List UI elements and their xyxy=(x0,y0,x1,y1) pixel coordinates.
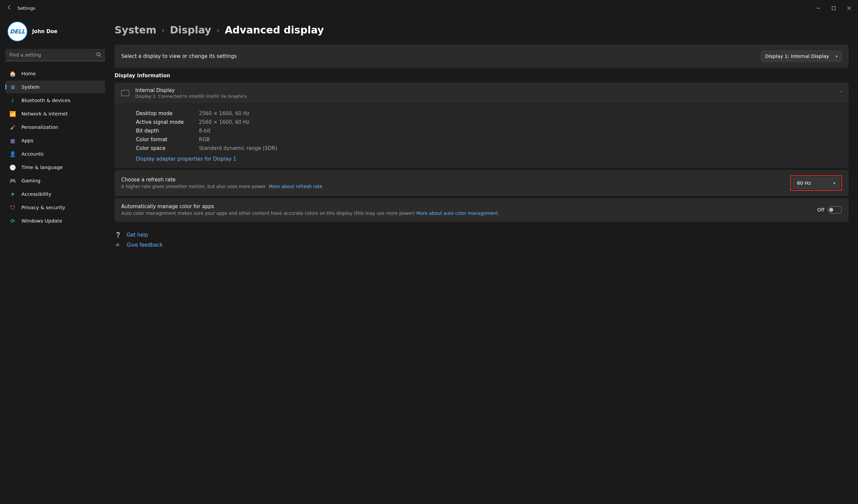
svg-rect-0 xyxy=(832,6,835,10)
network-internet-icon: 📶 xyxy=(10,111,16,117)
chevron-down-icon: ▾ xyxy=(833,181,835,185)
chevron-right-icon: › xyxy=(217,26,219,34)
window-title: Settings xyxy=(17,6,35,11)
auto-color-toggle[interactable] xyxy=(828,206,842,213)
info-row-color-format: Color formatRGB xyxy=(136,135,842,144)
breadcrumb-system[interactable]: System xyxy=(114,24,156,36)
sidebar-item-label: Privacy & security xyxy=(21,205,65,210)
auto-color-subtitle: Auto color management makes sure your ap… xyxy=(121,210,811,216)
gaming-icon: 🎮 xyxy=(10,177,16,184)
privacy-security-icon: 🛡 xyxy=(10,204,16,211)
display-info-title: Internal Display xyxy=(135,87,247,93)
refresh-rate-title: Choose a refresh rate xyxy=(121,177,784,183)
chevron-up-icon: ˄ xyxy=(840,91,842,95)
chevron-down-icon: ▾ xyxy=(836,54,838,59)
sidebar-item-apps[interactable]: ▦Apps xyxy=(5,134,105,147)
sidebar-item-label: Accessibility xyxy=(21,192,51,197)
windows-update-icon: ⟳ xyxy=(10,217,16,224)
sidebar-item-bluetooth-devices[interactable]: ᚼBluetooth & devices xyxy=(5,94,105,107)
sidebar: DELL John Doe 🏠Home🖥SystemᚼBluetooth & d… xyxy=(0,16,111,504)
help-icon: ❔ xyxy=(114,232,121,238)
personalization-icon: 🖌 xyxy=(10,124,16,131)
auto-color-toggle-wrap: Off xyxy=(817,206,842,213)
info-row-active-signal: Active signal mode2560 × 1600, 60 Hz xyxy=(136,118,842,127)
time-language-icon: 🕓 xyxy=(10,164,16,171)
sidebar-item-privacy-security[interactable]: 🛡Privacy & security xyxy=(5,201,105,214)
accounts-icon: 👤 xyxy=(10,151,16,157)
avatar-text: DELL xyxy=(10,28,25,35)
titlebar: Settings xyxy=(0,0,858,16)
sidebar-item-label: Bluetooth & devices xyxy=(21,98,70,103)
sidebar-item-label: Home xyxy=(21,71,36,76)
sidebar-item-network-internet[interactable]: 📶Network & internet xyxy=(5,108,105,120)
info-row-bit-depth: Bit depth8-bit xyxy=(136,127,842,135)
apps-icon: ▦ xyxy=(10,137,16,144)
feedback-icon: ✍ xyxy=(114,242,121,248)
breadcrumb-display[interactable]: Display xyxy=(170,24,211,36)
username: John Doe xyxy=(32,29,57,34)
home-icon: 🏠 xyxy=(10,70,16,77)
sidebar-item-windows-update[interactable]: ⟳Windows Update xyxy=(5,214,105,227)
refresh-rate-row: Choose a refresh rate A higher rate give… xyxy=(114,170,848,196)
auto-color-learn-more-link[interactable]: More about auto color management xyxy=(416,211,498,216)
give-feedback-link[interactable]: ✍ Give feedback xyxy=(114,242,848,248)
refresh-rate-value: 60 Hz xyxy=(797,180,811,186)
refresh-rate-learn-more-link[interactable]: More about refresh rate xyxy=(269,184,322,189)
info-row-color-space: Color spaceStandard dynamic range (SDR) xyxy=(136,144,842,152)
sidebar-item-label: System xyxy=(21,84,39,90)
display-info-header[interactable]: Internal Display Display 1: Connected to… xyxy=(114,83,848,104)
sidebar-item-label: Network & internet xyxy=(21,111,68,116)
display-selector-dropdown[interactable]: Display 1: Internal Display ▾ xyxy=(761,50,842,62)
sidebar-item-label: Gaming xyxy=(21,178,41,183)
sidebar-item-accounts[interactable]: 👤Accounts xyxy=(5,148,105,160)
sidebar-item-time-language[interactable]: 🕓Time & language xyxy=(5,161,105,174)
monitor-icon xyxy=(121,90,129,96)
breadcrumb-advanced-display: Advanced display xyxy=(225,24,324,36)
display-info-subtitle: Display 1: Connected to Intel(R) Iris(R)… xyxy=(135,94,247,99)
refresh-rate-highlight: 60 Hz ▾ xyxy=(790,175,842,191)
back-button[interactable] xyxy=(1,5,17,11)
footer-links: ❔ Get help ✍ Give feedback xyxy=(114,232,848,248)
sidebar-item-label: Time & language xyxy=(21,165,63,170)
sidebar-item-label: Windows Update xyxy=(21,218,62,224)
main-pane: System › Display › Advanced display Sele… xyxy=(111,16,858,504)
display-selector-prompt: Select a display to view or change its s… xyxy=(121,53,237,59)
maximize-button[interactable] xyxy=(826,3,841,13)
display-information-heading: Display information xyxy=(114,72,848,79)
search-input[interactable] xyxy=(5,49,105,61)
chevron-right-icon: › xyxy=(162,26,164,34)
auto-color-row: Automatically manage color for apps Auto… xyxy=(114,198,848,222)
search-wrap xyxy=(5,49,105,61)
display-info-body: Desktop mode2560 × 1600, 60 Hz Active si… xyxy=(114,104,848,168)
accessibility-icon: ✶ xyxy=(10,191,16,197)
refresh-rate-dropdown[interactable]: 60 Hz ▾ xyxy=(793,177,840,189)
sidebar-item-personalization[interactable]: 🖌Personalization xyxy=(5,121,105,133)
sidebar-item-gaming[interactable]: 🎮Gaming xyxy=(5,174,105,187)
system-icon: 🖥 xyxy=(10,84,16,91)
profile[interactable]: DELL John Doe xyxy=(5,20,105,47)
get-help-link[interactable]: ❔ Get help xyxy=(114,232,848,238)
sidebar-item-label: Accounts xyxy=(21,151,44,157)
avatar: DELL xyxy=(7,21,28,42)
sidebar-item-accessibility[interactable]: ✶Accessibility xyxy=(5,188,105,200)
display-selector-value: Display 1: Internal Display xyxy=(765,53,829,59)
sidebar-item-home[interactable]: 🏠Home xyxy=(5,67,105,80)
auto-color-toggle-label: Off xyxy=(817,207,825,212)
display-selector-panel: Select a display to view or change its s… xyxy=(114,45,848,68)
display-info-card: Internal Display Display 1: Connected to… xyxy=(114,83,848,168)
sidebar-item-label: Apps xyxy=(21,138,33,143)
auto-color-title: Automatically manage color for apps xyxy=(121,204,811,210)
adapter-properties-link[interactable]: Display adapter properties for Display 1 xyxy=(136,156,236,162)
close-button[interactable] xyxy=(841,3,857,13)
info-row-desktop-mode: Desktop mode2560 × 1600, 60 Hz xyxy=(136,109,842,118)
breadcrumb: System › Display › Advanced display xyxy=(114,24,848,36)
refresh-rate-subtitle: A higher rate gives smoother motion, but… xyxy=(121,183,784,190)
sidebar-item-system[interactable]: 🖥System xyxy=(5,81,105,93)
minimize-button[interactable] xyxy=(810,3,826,13)
sidebar-item-label: Personalization xyxy=(21,125,58,130)
bluetooth-devices-icon: ᚼ xyxy=(10,97,16,104)
sidebar-nav: 🏠Home🖥SystemᚼBluetooth & devices📶Network… xyxy=(5,67,105,227)
